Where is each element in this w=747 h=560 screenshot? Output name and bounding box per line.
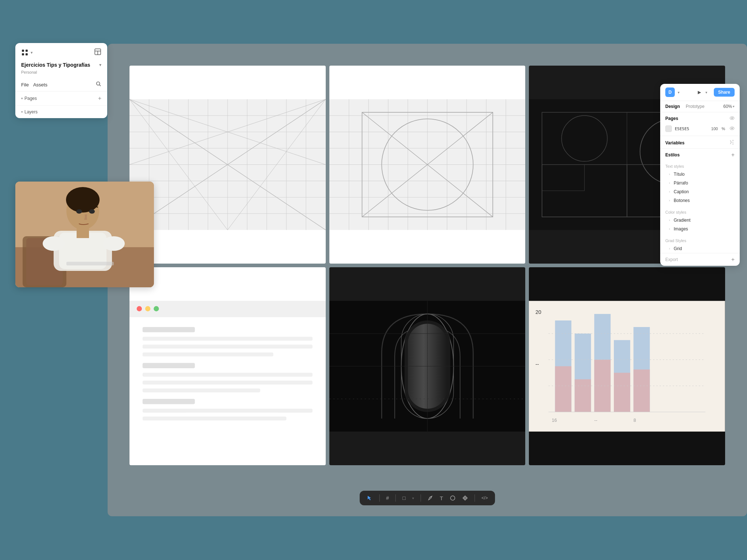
frame-tool[interactable]: # (386, 495, 389, 501)
project-name: Ejercicios Tips y Tipografías (21, 62, 90, 68)
color-styles-label: Color styles (660, 207, 740, 216)
svg-rect-65 (143, 388, 260, 392)
svg-rect-54 (129, 301, 326, 317)
style-botones[interactable]: › Botones (660, 196, 740, 205)
pages-header: Pages (660, 112, 740, 123)
text-tool[interactable]: T (440, 495, 443, 501)
right-panel: D ▾ ▶ ▾ Share Design Prototype 60% ▾ Pag… (660, 84, 740, 266)
color-row: E5E5E5 100 % (660, 123, 740, 134)
svg-point-122 (89, 209, 95, 214)
svg-text:8: 8 (634, 418, 636, 423)
variables-section: Variables (660, 136, 740, 148)
svg-text:20: 20 (535, 309, 541, 315)
add-page-button[interactable]: + (98, 95, 101, 102)
ellipse-tool[interactable] (450, 495, 456, 501)
style-caption[interactable]: › Caption (660, 187, 740, 196)
style-grid[interactable]: › Grid (660, 244, 740, 253)
svg-rect-67 (143, 409, 313, 413)
visibility-icon[interactable] (729, 126, 735, 131)
pen-tool-dropdown[interactable]: ▾ (412, 496, 414, 500)
tab-prototype[interactable]: Prototype (686, 104, 704, 109)
style-parrafo[interactable]: › Párrafo (660, 179, 740, 187)
add-export-button[interactable]: + (731, 256, 735, 263)
export-title: Export (665, 257, 678, 262)
frame-5 (329, 267, 526, 465)
chevron-right-icon: › (669, 199, 670, 202)
grid-icon (21, 49, 28, 56)
svg-line-107 (100, 85, 101, 86)
svg-text:--: -- (595, 418, 597, 423)
share-button[interactable]: Share (714, 88, 735, 97)
svg-text:16: 16 (552, 418, 557, 423)
assets-tab[interactable]: Assets (33, 82, 47, 88)
svg-point-119 (103, 236, 125, 251)
right-panel-header: D ▾ ▶ ▾ Share (660, 84, 740, 101)
svg-rect-101 (22, 53, 24, 55)
layers-label: Layers (24, 109, 38, 114)
svg-text:--: -- (535, 362, 539, 368)
style-titulo[interactable]: › Título (660, 170, 740, 179)
svg-rect-58 (143, 327, 195, 332)
zoom-control[interactable]: 60% ▾ (723, 104, 735, 109)
toolbar-separator-2 (395, 494, 396, 502)
svg-rect-60 (143, 345, 313, 349)
canvas-area[interactable]: 20 -- 16 -- (108, 44, 747, 516)
play-button[interactable]: ▶ (698, 90, 701, 95)
pages-label: Pages (24, 96, 37, 101)
svg-point-98 (450, 496, 455, 500)
pages-section: ▾ Pages + (15, 92, 107, 106)
svg-point-118 (43, 236, 65, 251)
frame-4 (129, 267, 326, 465)
toolbar-separator-4 (475, 494, 475, 502)
grad-styles-label: Grad Styles (660, 236, 740, 244)
pages-title: Pages (665, 116, 678, 121)
pen-tool[interactable] (427, 495, 433, 501)
variables-icon[interactable] (729, 140, 735, 146)
opacity-unit: % (721, 127, 725, 131)
estilos-header: Estilos + (660, 148, 740, 161)
color-value: E5E5E5 (675, 127, 689, 131)
opacity-value: 100 (711, 127, 718, 131)
frames-grid: 20 -- 16 -- (129, 66, 725, 465)
user-avatar: D (665, 88, 675, 97)
estilos-title: Estilos (665, 152, 680, 158)
layout-icon[interactable] (94, 48, 101, 57)
tab-design[interactable]: Design (665, 104, 680, 109)
svg-point-106 (97, 82, 100, 85)
search-icon[interactable] (96, 81, 101, 88)
svg-rect-102 (26, 53, 28, 55)
panel-tabs: File Assets (15, 78, 107, 92)
toolbar-separator-3 (421, 494, 421, 502)
svg-rect-99 (22, 50, 24, 52)
play-dropdown[interactable]: ▾ (705, 90, 707, 94)
person-photo (15, 182, 154, 287)
layers-section: ▾ Layers (15, 106, 107, 118)
add-style-button[interactable]: + (731, 152, 735, 158)
file-tab[interactable]: File (21, 82, 29, 88)
svg-rect-59 (143, 337, 313, 341)
svg-rect-87 (575, 379, 591, 412)
component-tool[interactable] (462, 495, 468, 501)
svg-rect-61 (143, 353, 273, 357)
svg-point-114 (66, 187, 100, 213)
color-swatch[interactable] (665, 125, 672, 132)
style-gradient[interactable]: › Gradient (660, 216, 740, 225)
code-tool[interactable]: </> (481, 495, 488, 501)
svg-rect-64 (143, 381, 313, 385)
panel-title-row: Ejercicios Tips y Tipografías ▾ (15, 60, 107, 70)
variables-title: Variables (665, 140, 685, 145)
panel-logo[interactable]: ▾ (21, 49, 33, 56)
svg-point-56 (145, 306, 150, 311)
chevron-down-icon: ▾ (733, 105, 735, 108)
svg-rect-90 (634, 369, 650, 412)
pages-visibility-icon[interactable] (729, 116, 735, 121)
svg-point-124 (731, 117, 733, 119)
select-tool[interactable] (367, 495, 373, 501)
shape-tool[interactable]: □ (402, 495, 405, 501)
style-images[interactable]: › Images (660, 225, 740, 233)
chevron-down-icon[interactable]: ▾ (678, 90, 680, 94)
right-panel-tabs-row: Design Prototype 60% ▾ (660, 101, 740, 112)
toolbar-separator-1 (379, 494, 380, 502)
frame-2 (329, 66, 526, 264)
svg-rect-120 (66, 262, 114, 265)
